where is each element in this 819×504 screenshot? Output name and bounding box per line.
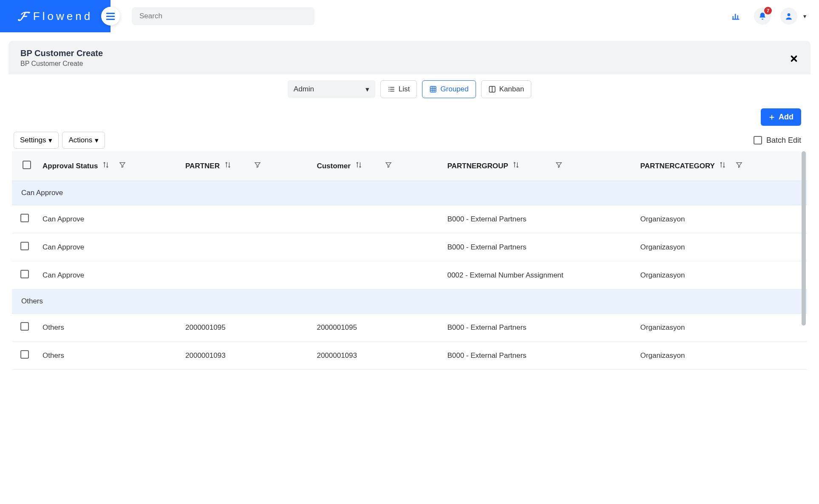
col-customer[interactable]: Customer [312, 151, 442, 181]
plus-icon [768, 114, 775, 121]
data-table: Approval Status PARTNER Customer [12, 151, 807, 370]
controls-row: Settings ▾ Actions ▾ Batch Edit [12, 132, 807, 151]
select-all-checkbox[interactable] [23, 161, 31, 169]
search-input[interactable] [132, 7, 315, 25]
group-row[interactable]: Can Approve [12, 181, 807, 205]
row-checkbox[interactable] [20, 270, 29, 278]
row-checkbox[interactable] [20, 322, 29, 331]
col-partnercategory[interactable]: PARTNERCATEGORY [635, 151, 807, 181]
filter-icon[interactable] [254, 161, 261, 168]
notification-badge: 7 [764, 7, 772, 14]
hamburger-icon [106, 13, 115, 20]
cell-partner: 2000001093 [180, 342, 312, 370]
settings-button[interactable]: Settings ▾ [14, 132, 59, 149]
header-checkbox-col [12, 151, 37, 181]
sort-icon[interactable] [102, 161, 109, 168]
kanban-icon [488, 85, 496, 93]
cell-customer: 2000001093 [312, 342, 442, 370]
row-checkbox[interactable] [20, 350, 29, 359]
svg-rect-10 [390, 91, 394, 92]
checkbox-icon [754, 136, 762, 144]
cell-approval: Can Approve [37, 205, 180, 233]
svg-rect-5 [388, 87, 389, 88]
view-list-button[interactable]: List [380, 80, 417, 98]
table-row[interactable]: Can ApproveB000 - External PartnersOrgan… [12, 233, 807, 261]
chevron-down-icon[interactable]: ▾ [803, 13, 806, 20]
table-row[interactable]: Can Approve0002 - External Number Assign… [12, 261, 807, 289]
top-bar: 𝓕 Flowend 7 ▾ [0, 0, 819, 32]
view-kanban-label: Kanban [499, 85, 524, 93]
cell-partner [180, 261, 312, 289]
svg-rect-7 [388, 89, 389, 90]
view-kanban-button[interactable]: Kanban [481, 80, 532, 98]
col-partner[interactable]: PARTNER [180, 151, 312, 181]
filter-icon[interactable] [555, 161, 562, 168]
view-list-label: List [399, 85, 410, 93]
view-toolbar: Admin ▾ List Grouped Kanban [12, 80, 807, 98]
search-area [111, 7, 728, 25]
group-label: Others [12, 289, 807, 314]
menu-toggle-button[interactable] [101, 7, 120, 25]
sort-icon[interactable] [224, 161, 231, 168]
notifications-button[interactable]: 7 [754, 8, 771, 25]
row-checkbox-cell [12, 233, 37, 261]
logo-icon: 𝓕 [18, 9, 30, 24]
settings-label: Settings [20, 136, 46, 144]
add-button[interactable]: Add [761, 108, 801, 126]
row-checkbox[interactable] [20, 214, 29, 222]
close-icon [789, 54, 799, 63]
admin-dropdown[interactable]: Admin ▾ [288, 80, 375, 98]
row-checkbox-cell [12, 342, 37, 370]
row-checkbox-cell [12, 314, 37, 342]
close-button[interactable] [789, 51, 799, 65]
panel-body: Admin ▾ List Grouped Kanban [9, 74, 810, 370]
panel: BP Customer Create BP Customer Create Ad… [9, 41, 810, 370]
user-icon [785, 12, 793, 20]
user-menu-button[interactable] [780, 8, 797, 25]
table-row[interactable]: Can ApproveB000 - External PartnersOrgan… [12, 205, 807, 233]
brand-logo[interactable]: 𝓕 Flowend [18, 9, 93, 24]
cell-partnergroup: B000 - External Partners [442, 314, 635, 342]
cell-partner [180, 205, 312, 233]
col-partnergroup-label: PARTNERGROUP [447, 162, 508, 170]
cell-partnergroup: B000 - External Partners [442, 342, 635, 370]
col-approval-label: Approval Status [43, 162, 98, 170]
svg-rect-11 [431, 86, 436, 92]
view-grouped-button[interactable]: Grouped [422, 80, 476, 98]
list-icon [388, 85, 395, 93]
cell-customer [312, 261, 442, 289]
cell-customer: 2000001095 [312, 314, 442, 342]
caret-down-icon: ▾ [95, 136, 99, 145]
group-row[interactable]: Others [12, 289, 807, 314]
svg-point-4 [788, 13, 791, 16]
row-checkbox-cell [12, 261, 37, 289]
svg-rect-6 [390, 87, 394, 88]
caret-down-icon: ▾ [366, 85, 369, 94]
analytics-button[interactable] [728, 8, 745, 25]
view-grouped-label: Grouped [440, 85, 468, 93]
bar-chart-icon [731, 11, 741, 21]
row-checkbox[interactable] [20, 242, 29, 250]
col-partnercategory-label: PARTNERCATEGORY [640, 162, 715, 170]
svg-rect-8 [390, 89, 394, 90]
filter-icon[interactable] [385, 161, 392, 168]
actions-button[interactable]: Actions ▾ [62, 132, 105, 149]
left-controls: Settings ▾ Actions ▾ [14, 132, 105, 149]
filter-icon[interactable] [736, 161, 742, 168]
sort-icon[interactable] [355, 161, 362, 168]
cell-partnercategory: Organizasyon [635, 205, 807, 233]
sort-icon[interactable] [719, 161, 726, 168]
cell-customer [312, 233, 442, 261]
cell-approval: Others [37, 342, 180, 370]
batch-edit-toggle[interactable]: Batch Edit [754, 136, 801, 145]
sort-icon[interactable] [513, 161, 519, 168]
admin-dropdown-label: Admin [294, 85, 314, 93]
table-row[interactable]: Others20000010932000001093B000 - Externa… [12, 342, 807, 370]
svg-rect-9 [388, 91, 389, 92]
cell-partner [180, 233, 312, 261]
scrollbar[interactable] [802, 151, 806, 326]
col-approval[interactable]: Approval Status [37, 151, 180, 181]
col-partnergroup[interactable]: PARTNERGROUP [442, 151, 635, 181]
filter-icon[interactable] [119, 161, 126, 168]
table-row[interactable]: Others20000010952000001095B000 - Externa… [12, 314, 807, 342]
